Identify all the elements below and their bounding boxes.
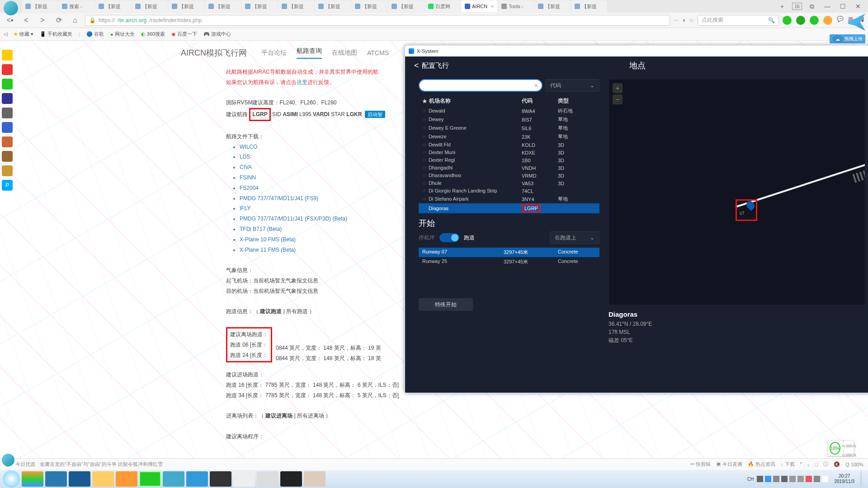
network-speed-badge[interactable]: 18% ↑ 0.06K/s↓ 0.06K/s — [827, 440, 854, 456]
download-link[interactable]: PMDG 737/747/MD11/J41 (FS9) — [240, 193, 407, 204]
browser-tab[interactable]: 【新提 — [205, 0, 241, 12]
chat-icon[interactable]: 💬 — [837, 16, 844, 25]
sidebar-icon[interactable] — [2, 151, 13, 162]
status-news[interactable]: 金庸古龙的"不自由"与"自由"的斗争 比较令狐冲和傅红雪 — [40, 461, 163, 468]
taskbar-paint-icon[interactable] — [304, 471, 326, 487]
tab-count-badge[interactable]: 16 — [792, 3, 802, 10]
scissors-icon[interactable] — [796, 16, 805, 25]
bookmark-item[interactable]: 📱手机收藏夹 — [40, 31, 72, 38]
airport-row[interactable]: ☆DhangadhiVNDH3D — [419, 164, 599, 172]
status-downloads[interactable]: ↓ 下载 — [781, 461, 795, 468]
bookmark-item[interactable]: ●网址大全 — [110, 31, 135, 38]
browser-tab[interactable]: 【新提 — [388, 0, 424, 12]
history-icon[interactable]: <▪ — [4, 14, 16, 27]
tray-volume-icon[interactable] — [822, 476, 828, 482]
status-icon[interactable]: □ — [815, 462, 818, 467]
sidebar-icon[interactable] — [2, 108, 13, 118]
browser-tab[interactable]: 【新提 — [315, 0, 351, 12]
airport-row[interactable]: ☆Dewey E Greene5IL6草地 — [419, 124, 599, 132]
dropdown-icon[interactable]: ▾ — [683, 17, 685, 23]
sidebar-icon[interactable]: P — [2, 180, 13, 191]
taskbar-ie-icon[interactable] — [45, 471, 67, 487]
clear-icon[interactable]: × — [534, 82, 538, 89]
status-item[interactable]: ✂ 快剪辑 — [690, 461, 711, 468]
airport-row[interactable]: ☆Dewey8IS7草地 — [419, 115, 599, 124]
status-volume-icon[interactable]: 🔇 — [834, 461, 840, 467]
zoom-in-button[interactable]: + — [613, 83, 623, 93]
taskbar-app-icon[interactable] — [163, 471, 184, 487]
sidebar-icon[interactable] — [2, 93, 13, 104]
status-icon[interactable]: ₑ — [807, 461, 810, 467]
tray-icon[interactable] — [781, 476, 788, 482]
start-smart-button[interactable]: 启动智 — [365, 111, 385, 118]
airport-row[interactable]: ☆Dexter MuniKDXE3D — [419, 149, 599, 156]
forward-button[interactable]: > — [36, 14, 49, 27]
nav-route-query[interactable]: 航路查询 — [297, 47, 322, 59]
back-label[interactable]: 配置飞行 — [422, 61, 449, 70]
taskbar-app-icon[interactable] — [233, 471, 255, 487]
status-zoom[interactable]: Q 100% — [845, 462, 863, 467]
browser-tab[interactable]: 【新提 — [241, 0, 278, 12]
nav-forum[interactable]: 平台论坛 — [261, 49, 287, 57]
airport-row[interactable]: ☆Di Stefano Airpark3NY4草地 — [419, 195, 599, 203]
taskbar-ie-icon[interactable] — [69, 471, 90, 487]
sidebar-icon[interactable] — [2, 79, 13, 89]
browser-tab[interactable]: 【新提 — [571, 0, 607, 12]
restore-icon[interactable]: ⧉ — [807, 2, 817, 11]
close-icon[interactable]: × — [491, 4, 494, 9]
taskbar-browser-icon[interactable] — [139, 471, 161, 487]
download-link[interactable]: TFDi B717 (Beta) — [240, 224, 407, 235]
xsystem-titlebar[interactable]: X-System — [405, 46, 868, 56]
ramp-runway-toggle[interactable] — [439, 233, 459, 242]
taskbar-app-icon[interactable] — [210, 471, 231, 487]
browser-tab[interactable]: 搜索 - — [58, 0, 94, 12]
bookmark-item[interactable]: 🔵谷歌 — [86, 31, 104, 38]
taskbar-app-icon[interactable] — [22, 471, 43, 487]
browser-tab[interactable]: 【新提 — [278, 0, 314, 12]
special-start-button[interactable]: 特殊开始 — [419, 298, 473, 311]
browser-tab-active[interactable]: AIRCN× — [461, 0, 497, 12]
download-link[interactable]: X-Plane 10 FMS (Beta) — [240, 235, 407, 245]
status-icon[interactable]: ᴾ — [800, 461, 802, 467]
browser-tab[interactable]: 【新提 — [132, 0, 168, 12]
download-link[interactable]: FSINN — [240, 173, 407, 183]
taskbar-clock[interactable]: 20:272019/11/3 — [831, 474, 859, 484]
home-button[interactable]: ⌂ — [69, 14, 81, 27]
start-button[interactable] — [3, 470, 20, 488]
bookmark-item[interactable]: ◉百度一下 — [171, 31, 197, 38]
reload-button[interactable]: ⟳ — [52, 14, 65, 27]
new-tab-button[interactable]: + — [777, 2, 788, 11]
nav-online-map[interactable]: 在线地图 — [332, 49, 357, 57]
shield-icon[interactable] — [823, 16, 832, 25]
runway-row[interactable]: Runway 073297×45米Concrete — [419, 248, 599, 257]
download-link[interactable]: X-Plane 11 FMS (Beta) — [240, 245, 407, 255]
download-link[interactable]: PMDG 737/747/MD11/J41 (FSX/P3D) (Beta) — [240, 214, 407, 224]
tray-icon[interactable] — [797, 476, 804, 482]
tray-icon[interactable] — [765, 476, 771, 482]
taskbar-media-icon[interactable] — [116, 471, 137, 487]
airport-row[interactable]: ☆Dewitt FldKOLD3D — [419, 141, 599, 149]
tray-network-icon[interactable] — [814, 476, 820, 482]
minimize-icon[interactable]: — — [822, 2, 833, 11]
search-icon[interactable]: 🔍 — [768, 17, 775, 23]
back-button[interactable]: < — [20, 14, 33, 27]
download-link[interactable]: IFLY — [240, 203, 407, 214]
status-icon[interactable]: ⓘ — [823, 461, 828, 468]
download-link[interactable]: FS2004 — [240, 183, 407, 193]
url-input[interactable]: 🔒 https://rte.aircn.org/routefinder/inde… — [85, 15, 670, 26]
airport-row[interactable]: ☆Dewald8WA4碎石地 — [419, 107, 599, 115]
sidebar-weibo-icon[interactable] — [2, 64, 13, 75]
tray-icon[interactable] — [789, 476, 796, 482]
sidebar-icon[interactable] — [2, 50, 13, 61]
runway-position-dropdown[interactable]: 在跑道上⌄ — [550, 231, 599, 244]
back-icon[interactable]: < — [414, 61, 419, 70]
bookmark-item[interactable]: ★收藏 ▾ — [14, 31, 33, 38]
ext-icon[interactable] — [783, 16, 792, 25]
feedback-link[interactable]: 这里 — [297, 79, 307, 85]
taskbar-explorer-icon[interactable] — [92, 471, 114, 487]
ime-indicator[interactable]: CH — [747, 477, 754, 482]
airport-map[interactable]: + − 07 — [609, 79, 865, 305]
browser-tab[interactable]: 【新提 — [351, 0, 387, 12]
tray-icon[interactable] — [806, 476, 812, 482]
taskbar-xplane-icon[interactable] — [280, 471, 302, 487]
